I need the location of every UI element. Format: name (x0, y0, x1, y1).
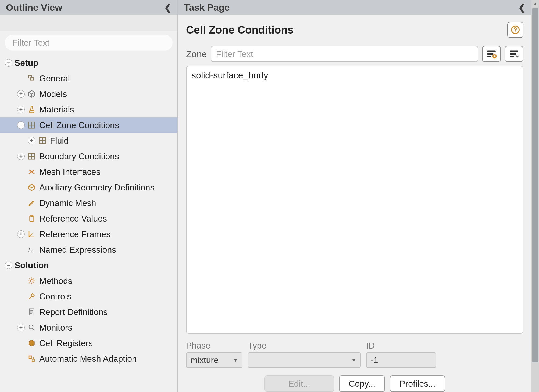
svg-point-15 (515, 31, 516, 32)
task-page-title: Cell Zone Conditions (186, 24, 294, 36)
tree-label: Solution (15, 260, 49, 270)
tree-item-dynamic-mesh[interactable]: Dynamic Mesh (0, 195, 177, 211)
id-field (366, 352, 436, 368)
grid-icon (38, 137, 47, 145)
tree-label: Cell Zone Conditions (39, 120, 119, 130)
tree-label: Materials (39, 105, 74, 115)
tree-item-auto-mesh-adaption[interactable]: Automatic Mesh Adaption (0, 351, 177, 366)
outline-title: Outline View (6, 2, 62, 13)
tree-item-monitors[interactable]: + Monitors (0, 320, 177, 335)
phase-value: mixture (190, 355, 219, 365)
filter-lines-caret-icon (509, 49, 519, 59)
profiles-button[interactable]: Profiles... (390, 375, 445, 392)
svg-text:x: x (31, 249, 33, 253)
tree-label: Automatic Mesh Adaption (39, 354, 137, 364)
svg-text:f: f (28, 247, 31, 253)
minus-icon[interactable]: − (5, 262, 12, 269)
zone-list-item[interactable]: solid-surface_body (191, 70, 518, 81)
tree-label: Monitors (39, 323, 72, 333)
zone-filter-input[interactable] (211, 46, 479, 62)
tree-item-methods[interactable]: Methods (0, 273, 177, 289)
tree-item-general[interactable]: General (0, 71, 177, 86)
tree-item-report-definitions[interactable]: Report Definitions (0, 304, 177, 320)
tree-label: Mesh Interfaces (39, 167, 101, 177)
scroll-up-icon[interactable]: ▲ (531, 0, 539, 8)
tree-item-aux-geom[interactable]: Auxiliary Geometry Definitions (0, 180, 177, 195)
scroll-thumb[interactable] (532, 8, 538, 362)
tree-section-setup[interactable]: − Setup (0, 55, 177, 71)
task-header: Task Page ❮ (178, 0, 531, 15)
search-icon (27, 324, 37, 332)
tree-item-mesh-interfaces[interactable]: Mesh Interfaces (0, 164, 177, 180)
task-header-title: Task Page (184, 2, 230, 13)
tree-item-cell-registers[interactable]: Cell Registers (0, 335, 177, 351)
filter-toggle-button[interactable] (482, 46, 501, 62)
outline-collapse-icon[interactable]: ❮ (164, 2, 172, 13)
box-icon (27, 183, 37, 191)
type-select[interactable]: ▼ (248, 352, 361, 368)
gear-icon (27, 277, 37, 285)
fx-icon: fx (27, 246, 37, 254)
tree-item-models[interactable]: + Models (0, 86, 177, 102)
tree-label: Fluid (50, 136, 69, 146)
zone-list[interactable]: solid-surface_body (186, 66, 523, 334)
copy-button[interactable]: Copy... (339, 375, 385, 392)
grid-icon (27, 152, 37, 160)
filter-dropdown-button[interactable] (505, 46, 523, 62)
tree-label: Auxiliary Geometry Definitions (39, 183, 155, 193)
caret-down-icon: ▼ (351, 357, 356, 363)
tree-item-reference-values[interactable]: Reference Values (0, 211, 177, 226)
adapt-icon (27, 355, 37, 363)
tree-label: Named Expressions (39, 245, 116, 255)
tree-label: Cell Registers (39, 338, 93, 348)
tree-label: Methods (39, 276, 72, 286)
phase-select[interactable]: mixture ▼ (186, 352, 242, 368)
grid-icon (27, 121, 37, 129)
tree-label: General (39, 74, 70, 84)
general-icon (27, 74, 37, 82)
svg-rect-13 (32, 359, 34, 361)
svg-point-11 (29, 325, 33, 329)
plus-icon[interactable]: + (17, 324, 25, 331)
edit-button: Edit... (264, 375, 334, 392)
outline-spacer (0, 15, 177, 31)
tree-label: Dynamic Mesh (39, 198, 96, 208)
report-icon (27, 308, 37, 316)
filter-lines-icon (486, 49, 497, 59)
id-label: ID (366, 341, 436, 351)
tree-label: Reference Frames (39, 229, 110, 239)
svg-point-16 (493, 55, 496, 58)
outline-filter-input[interactable] (5, 35, 173, 51)
tree-item-controls[interactable]: Controls (0, 289, 177, 304)
tree-item-boundary[interactable]: + Boundary Conditions (0, 148, 177, 164)
pencil-icon (27, 199, 37, 207)
plus-icon[interactable]: + (17, 90, 25, 98)
tree-item-named-expressions[interactable]: fx Named Expressions (0, 242, 177, 257)
tree-label: Setup (15, 58, 38, 68)
tree-item-materials[interactable]: + Materials (0, 102, 177, 117)
svg-rect-12 (29, 356, 31, 358)
tree-label: Models (39, 89, 67, 99)
task-panel: Task Page ❮ Cell Zone Conditions Zon (177, 0, 539, 392)
plus-icon[interactable]: + (28, 137, 35, 144)
tree-label: Report Definitions (39, 307, 108, 317)
plus-icon[interactable]: + (17, 230, 25, 238)
task-collapse-icon[interactable]: ❮ (518, 2, 526, 13)
flask-icon (27, 106, 37, 114)
plus-icon[interactable]: + (17, 106, 25, 113)
cube-icon (27, 90, 37, 98)
svg-point-9 (30, 280, 33, 282)
help-button[interactable] (507, 22, 523, 38)
tree-item-fluid[interactable]: + Fluid (0, 133, 177, 148)
axes-icon (27, 230, 37, 238)
tree-item-cell-zone[interactable]: − Cell Zone Conditions (0, 117, 177, 133)
plus-icon[interactable]: + (17, 153, 25, 160)
vertical-scrollbar[interactable]: ▲ (531, 0, 539, 392)
minus-icon[interactable]: − (17, 121, 25, 129)
tools-icon (27, 292, 37, 300)
clipboard-icon (27, 215, 37, 223)
tree-section-solution[interactable]: − Solution (0, 257, 177, 273)
minus-icon[interactable]: − (5, 59, 12, 67)
tree-item-reference-frames[interactable]: + Reference Frames (0, 226, 177, 242)
tree-label: Controls (39, 292, 71, 302)
